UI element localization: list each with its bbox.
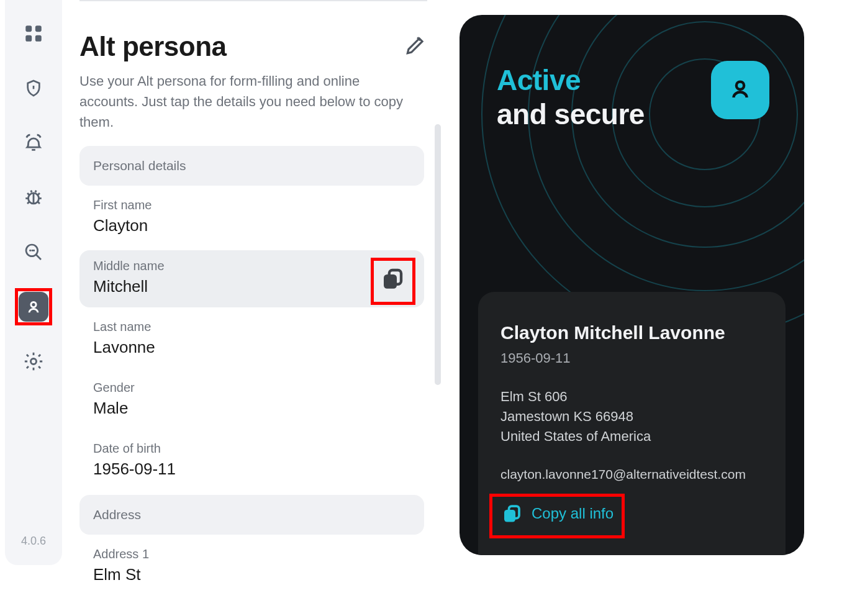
alert-icon bbox=[23, 132, 44, 153]
addr-line: United States of America bbox=[500, 427, 763, 446]
copy-all-button[interactable]: Copy all info bbox=[500, 502, 614, 525]
addr-line: Jamestown KS 66948 bbox=[500, 407, 763, 427]
field-label: Last name bbox=[93, 320, 410, 334]
sidebar: 4.0.6 bbox=[5, 0, 62, 565]
field-first-name[interactable]: First name Clayton bbox=[79, 189, 424, 247]
shield-icon bbox=[24, 78, 43, 98]
nav-scan[interactable] bbox=[19, 183, 48, 212]
status-title: Active and secure bbox=[497, 63, 645, 132]
svg-rect-2 bbox=[25, 35, 32, 42]
field-value: Clayton bbox=[93, 216, 410, 235]
copy-button[interactable] bbox=[379, 266, 405, 292]
svg-point-18 bbox=[30, 358, 36, 364]
field-label: Middle name bbox=[93, 259, 410, 273]
copy-icon bbox=[379, 283, 405, 294]
svg-point-17 bbox=[31, 302, 36, 307]
svg-point-15 bbox=[29, 250, 31, 251]
section-personal: Personal details bbox=[79, 146, 424, 186]
status-line2: and secure bbox=[497, 97, 645, 132]
field-value: 1956-09-11 bbox=[93, 460, 410, 479]
field-gender[interactable]: Gender Male bbox=[79, 372, 424, 429]
addr-line: Elm St 606 bbox=[500, 387, 763, 407]
field-middle-name[interactable]: Middle name Mitchell bbox=[79, 250, 424, 307]
nav-alerts[interactable] bbox=[19, 128, 48, 158]
svg-line-11 bbox=[38, 193, 40, 195]
svg-rect-3 bbox=[35, 35, 42, 42]
main-panel: Alt persona Use your Alt persona for for… bbox=[79, 0, 427, 571]
nav-alt-persona[interactable] bbox=[19, 292, 48, 322]
field-dob[interactable]: Date of birth 1956-09-11 bbox=[79, 433, 424, 490]
section-address: Address bbox=[79, 495, 424, 535]
persona-card: Active and secure Clayton Mitchell Lavon… bbox=[460, 15, 804, 555]
field-label: First name bbox=[93, 198, 410, 212]
summary-email: clayton.lavonne170@alternativeidtest.com bbox=[500, 465, 763, 484]
fields-list: Personal details First name Clayton Midd… bbox=[79, 146, 424, 596]
svg-point-21 bbox=[736, 82, 744, 89]
search-key-icon bbox=[24, 242, 43, 262]
svg-rect-23 bbox=[504, 510, 515, 522]
summary-name: Clayton Mitchell Lavonne bbox=[500, 319, 763, 346]
field-value: Lavonne bbox=[93, 338, 410, 357]
grid-icon bbox=[23, 23, 44, 44]
divider bbox=[79, 0, 427, 1]
edit-button[interactable] bbox=[404, 34, 427, 60]
pencil-icon bbox=[404, 48, 427, 59]
svg-line-13 bbox=[38, 202, 40, 204]
nav-search[interactable] bbox=[19, 237, 48, 267]
page-title: Alt persona bbox=[79, 31, 227, 62]
copy-icon bbox=[500, 502, 523, 525]
nav-privacy[interactable] bbox=[19, 73, 48, 103]
svg-rect-1 bbox=[35, 25, 42, 32]
field-value: Mitchell bbox=[93, 277, 410, 296]
page-subtitle: Use your Alt persona for form-filling an… bbox=[79, 71, 415, 132]
copy-all-label: Copy all info bbox=[532, 503, 614, 525]
summary-dob: 1956-09-11 bbox=[500, 348, 763, 368]
svg-line-10 bbox=[27, 193, 29, 195]
field-label: Date of birth bbox=[93, 442, 410, 456]
summary-address: Elm St 606 Jamestown KS 66948 United Sta… bbox=[500, 387, 763, 446]
field-label: Address 1 bbox=[93, 547, 410, 561]
field-value: Male bbox=[93, 399, 410, 418]
nav-dashboard[interactable] bbox=[19, 19, 48, 48]
nav-settings[interactable] bbox=[19, 346, 48, 376]
persona-badge bbox=[711, 61, 769, 119]
gear-icon bbox=[23, 351, 44, 372]
field-address1[interactable]: Address 1 Elm St bbox=[79, 538, 424, 596]
svg-line-12 bbox=[27, 202, 29, 204]
svg-line-16 bbox=[36, 255, 41, 260]
svg-rect-0 bbox=[25, 25, 32, 32]
status-line1: Active bbox=[497, 63, 645, 97]
person-icon bbox=[727, 76, 753, 104]
person-icon bbox=[25, 298, 42, 315]
bug-icon bbox=[23, 187, 44, 208]
field-value: Elm St bbox=[93, 565, 410, 584]
scrollbar[interactable] bbox=[435, 124, 441, 385]
field-last-name[interactable]: Last name Lavonne bbox=[79, 311, 424, 368]
field-label: Gender bbox=[93, 381, 410, 395]
app-version: 4.0.6 bbox=[21, 535, 46, 548]
svg-rect-20 bbox=[384, 274, 397, 289]
persona-summary: Clayton Mitchell Lavonne 1956-09-11 Elm … bbox=[478, 292, 786, 555]
